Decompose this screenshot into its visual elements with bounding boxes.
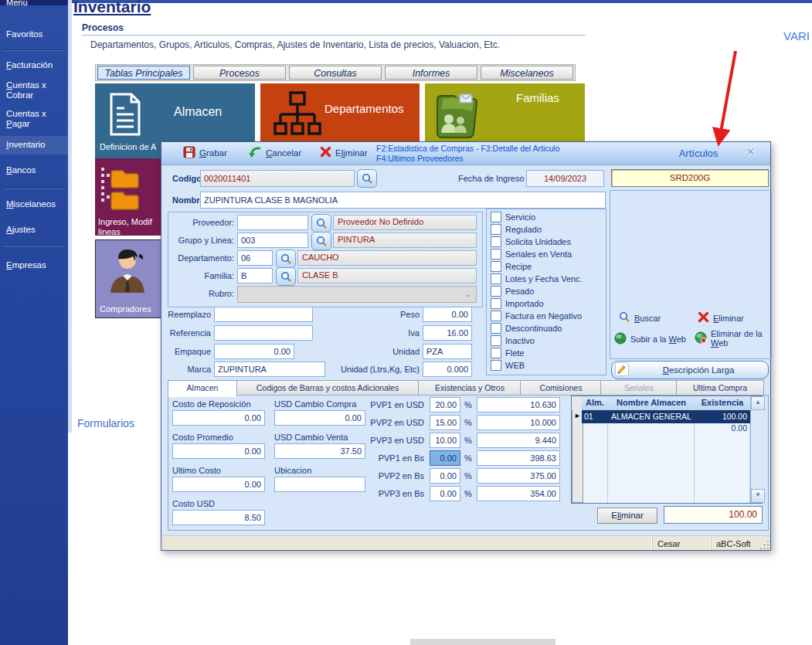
sidebar-item-menu[interactable]: Menú bbox=[0, 0, 68, 5]
checkbox-recipe[interactable]: Recipe bbox=[491, 261, 532, 272]
sidebar-item-facturacion[interactable]: Facturación bbox=[0, 60, 68, 70]
scroll-up-icon[interactable]: ▲ bbox=[751, 396, 765, 410]
referencia-label: Referencia bbox=[161, 328, 211, 338]
ultimo-costo-input[interactable] bbox=[172, 477, 265, 492]
pvp2-usd-pct-input[interactable] bbox=[430, 415, 460, 430]
grabar-button[interactable]: Grabar bbox=[183, 146, 227, 160]
costo-usd-input[interactable] bbox=[172, 510, 265, 525]
sidebar: Menú Favoritos Facturación Cuentas x Cob… bbox=[0, 0, 68, 645]
checkbox-regulado[interactable]: Regulado bbox=[491, 224, 542, 235]
descripcion-larga-button[interactable]: Descripción Larga bbox=[611, 361, 769, 379]
pvp2-bs-input[interactable] bbox=[477, 468, 560, 484]
pvp3-bs-input[interactable] bbox=[477, 486, 560, 501]
eliminar-web-button[interactable]: Eliminar de la Web bbox=[695, 329, 763, 348]
grid-header-nombre[interactable]: Nombre Almacen bbox=[608, 396, 695, 411]
proveedor-label: Proveedor: bbox=[169, 218, 234, 227]
iva-input[interactable] bbox=[423, 325, 472, 341]
cancelar-button[interactable]: Cancelar bbox=[249, 146, 301, 160]
grid-row-cell-alm[interactable]: 01 bbox=[582, 410, 608, 423]
marca-input[interactable] bbox=[214, 362, 325, 377]
checkbox-importado[interactable]: Importado bbox=[491, 298, 544, 309]
percent-symbol: % bbox=[464, 471, 472, 480]
grupo-search-button[interactable] bbox=[311, 232, 331, 250]
checkbox-solicita-unidades[interactable]: Solicita Unidades bbox=[491, 236, 571, 247]
tile-compradores[interactable]: Compradores bbox=[95, 239, 161, 318]
checkbox-servicio[interactable]: Servicio bbox=[491, 212, 535, 222]
departamento-input[interactable] bbox=[237, 250, 273, 266]
codigo-search-button[interactable] bbox=[357, 169, 377, 188]
unidad-medida-input[interactable] bbox=[423, 362, 472, 377]
tab-informes[interactable]: Informes bbox=[385, 66, 477, 80]
sidebar-item-miscelaneos[interactable]: Miscelaneos bbox=[0, 199, 68, 209]
codigo-input[interactable] bbox=[200, 170, 355, 187]
proveedor-input[interactable] bbox=[237, 215, 308, 230]
familia-search-button[interactable] bbox=[276, 267, 296, 286]
checkbox-flete[interactable]: Flete bbox=[491, 348, 524, 358]
tab-miscelaneos[interactable]: Miscelaneos bbox=[481, 66, 573, 80]
tab-almacen[interactable]: Almacen bbox=[168, 380, 237, 397]
ultimo-costo-label: Ultimo Costo bbox=[172, 466, 221, 475]
tile-ingreso-lineas[interactable]: Ingreso, Modif lineas bbox=[95, 158, 161, 236]
close-icon[interactable]: ✕ bbox=[746, 146, 755, 158]
checkbox-icon bbox=[491, 298, 501, 309]
empaque-input[interactable] bbox=[214, 344, 294, 359]
subir-web-button[interactable]: Subir a la Web bbox=[614, 332, 686, 346]
referencia-input[interactable] bbox=[214, 325, 313, 341]
grid-eliminar-button[interactable]: Eliminar bbox=[597, 508, 657, 524]
checkbox-pesado[interactable]: Pesado bbox=[491, 286, 534, 297]
sidebar-item-cuentas-pagar[interactable]: Cuentas x Pagar bbox=[0, 109, 68, 129]
fecha-ingreso-label: Fecha de Ingreso bbox=[458, 174, 523, 183]
pvp1-bs-input[interactable] bbox=[477, 450, 560, 466]
pvp1-usd-input[interactable] bbox=[477, 397, 560, 412]
checkbox-factura-negativo[interactable]: Factura en Negativo bbox=[491, 311, 582, 321]
buscar-button[interactable]: Buscar bbox=[619, 311, 661, 324]
pvp3-usd-input[interactable] bbox=[477, 433, 560, 448]
nombre-input[interactable] bbox=[200, 192, 606, 209]
pvp2-bs-pct-input[interactable] bbox=[430, 468, 460, 484]
departamento-search-button[interactable] bbox=[276, 250, 296, 268]
sidebar-item-bancos[interactable]: Bancos bbox=[0, 165, 68, 175]
checkbox-inactivo[interactable]: Inactivo bbox=[491, 335, 535, 346]
costo-reposicion-input[interactable] bbox=[172, 410, 265, 426]
departamento-label: Departamento: bbox=[161, 253, 234, 263]
checkbox-descontinuado[interactable]: Descontinuado bbox=[491, 323, 562, 334]
pvp3-bs-pct-input[interactable] bbox=[430, 486, 460, 501]
grupo-linea-input[interactable] bbox=[237, 233, 308, 248]
percent-symbol: % bbox=[464, 453, 472, 463]
scroll-down-icon[interactable]: ▼ bbox=[751, 489, 765, 503]
grid-row-cell-nombre[interactable]: ALMACEN GENERAL bbox=[608, 410, 695, 423]
sidebar-item-empresas[interactable]: Empresas bbox=[0, 260, 68, 270]
sidebar-item-cuentas-cobrar[interactable]: Cuentas x Cobrar bbox=[0, 80, 68, 100]
reemplazo-input[interactable] bbox=[214, 307, 313, 322]
eliminar-item-button[interactable]: Eliminar bbox=[698, 311, 744, 324]
sidebar-item-favoritos[interactable]: Favoritos bbox=[0, 29, 68, 39]
proveedor-search-button[interactable] bbox=[311, 214, 331, 233]
checkbox-web[interactable]: WEB bbox=[491, 360, 525, 371]
unidad-input[interactable] bbox=[423, 344, 472, 359]
pvp2-usd-input[interactable] bbox=[477, 415, 560, 430]
unidad-medida-label: Unidad (Ltrs,Kg, Etc) bbox=[328, 365, 420, 374]
tab-tablas-principales[interactable]: Tablas Principales bbox=[97, 66, 190, 80]
reemplazo-label: Reemplazo bbox=[161, 310, 211, 319]
grid-row-cell-existencia[interactable]: 100.00 bbox=[695, 410, 750, 423]
checkbox-seriales-venta[interactable]: Seriales en Venta bbox=[491, 249, 572, 260]
pvp1-usd-pct-input[interactable] bbox=[430, 397, 460, 412]
costo-promedio-input[interactable] bbox=[172, 443, 265, 459]
grid-header-alm[interactable]: Alm. bbox=[582, 396, 609, 411]
tab-procesos[interactable]: Procesos bbox=[193, 66, 286, 80]
grid-scrollbar[interactable]: ▲ ▼ bbox=[750, 396, 763, 503]
fecha-ingreso-input[interactable] bbox=[526, 170, 604, 187]
eliminar-button[interactable]: Eliminar bbox=[320, 146, 368, 159]
grid-header-existencia[interactable]: Existencia bbox=[695, 396, 751, 411]
rubro-combobox[interactable]: ⌄ bbox=[237, 286, 477, 303]
checkbox-lotes-fecha[interactable]: Lotes y Fecha Venc. bbox=[491, 273, 583, 284]
percent-symbol: % bbox=[464, 418, 472, 427]
peso-input[interactable] bbox=[423, 307, 472, 322]
familia-input[interactable] bbox=[237, 268, 273, 283]
sidebar-item-ajustes[interactable]: Ajustes bbox=[0, 225, 68, 235]
pvp3-usd-pct-input[interactable] bbox=[430, 433, 460, 448]
pvp1-bs-pct-input[interactable] bbox=[430, 450, 460, 466]
sidebar-item-inventario[interactable]: Inventario bbox=[0, 136, 68, 154]
familia-desc: CLASE B bbox=[297, 268, 477, 283]
tab-consultas[interactable]: Consultas bbox=[289, 66, 382, 80]
